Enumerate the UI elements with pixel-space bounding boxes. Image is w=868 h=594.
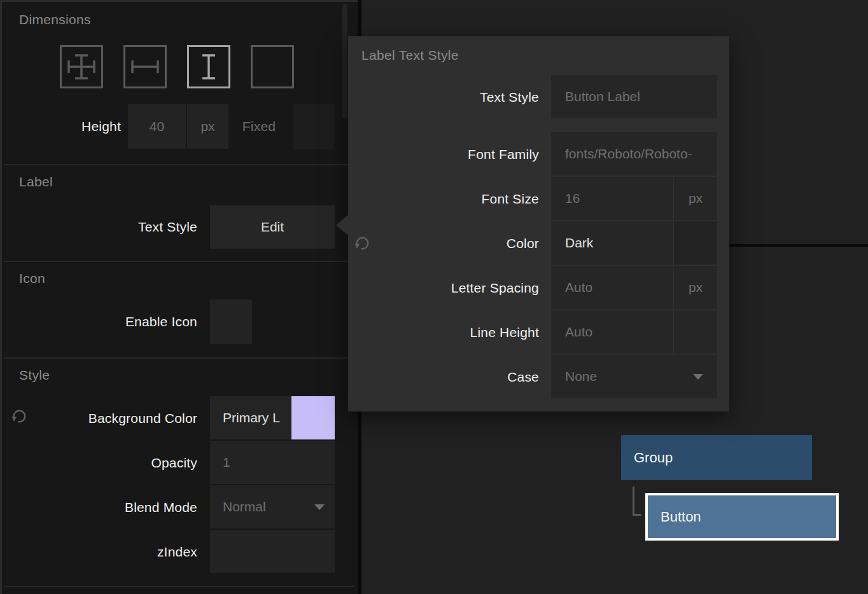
pop-color-label: Color (374, 235, 539, 252)
enable-icon-label: Enable Icon (25, 313, 197, 331)
background-color-value[interactable]: Primary L (210, 396, 291, 439)
height-value: 40 (150, 119, 164, 134)
inspector-panel: Dimensions Height 40 px Fixed Label (0, 0, 358, 594)
opacity-label: Opacity (25, 454, 197, 472)
text-style-edit-button[interactable]: Edit (210, 205, 335, 249)
height-unit: px (200, 119, 214, 134)
blend-mode-value: Normal (223, 499, 266, 515)
fixed-checkbox[interactable] (293, 104, 334, 149)
pop-text-style-label: Text Style (374, 88, 539, 106)
canvas-button-node-selected[interactable]: Button (645, 493, 839, 541)
app-screen: Dimensions Height 40 px Fixed Label (0, 0, 868, 594)
height-input[interactable]: 40 (128, 104, 186, 149)
section-title-style: Style (19, 368, 50, 383)
chevron-down-icon (314, 504, 325, 510)
layer-connector-line (633, 487, 634, 516)
empty-square-icon (253, 47, 292, 86)
pop-color-input[interactable]: Dark (551, 221, 673, 265)
height-label: Height (13, 118, 121, 135)
background-color-label: Background Color (25, 410, 197, 427)
size-mode-none-button[interactable] (251, 45, 294, 88)
section-divider (4, 164, 354, 165)
width-height-ibeam-icon (62, 47, 101, 86)
zindex-label: zIndex (25, 543, 197, 561)
pop-font-family-input[interactable]: fonts/Roboto/Roboto- (551, 132, 717, 176)
label-text-style-popover: Label Text Style Text Style Button Label… (348, 36, 729, 411)
chevron-down-icon (693, 374, 703, 380)
pop-font-size-label: Font Size (374, 190, 539, 208)
pop-text-style-value: Button Label (565, 89, 640, 104)
pop-font-family-label: Font Family (374, 146, 539, 163)
pop-letter-spacing-unit-select[interactable]: px (674, 266, 717, 309)
pop-case-label: Case (374, 368, 539, 386)
pop-font-size-input[interactable]: 16 (551, 177, 673, 220)
reset-text-style-icon[interactable] (354, 235, 371, 252)
group-node-label: Group (634, 450, 673, 466)
pop-letter-spacing-input[interactable]: Auto (551, 266, 673, 309)
popover-arrow (336, 215, 348, 235)
pop-letter-spacing-unit: px (689, 280, 703, 295)
opacity-value: 1 (223, 455, 230, 470)
text-style-label: Text Style (38, 218, 197, 236)
section-divider (4, 586, 354, 587)
blend-mode-label: Blend Mode (25, 499, 197, 516)
blend-mode-select[interactable]: Normal (210, 485, 335, 528)
pop-font-size-unit: px (689, 191, 703, 206)
pop-font-size-value: 16 (565, 191, 580, 206)
panel-scrollbar-thumb[interactable] (342, 4, 347, 118)
size-mode-height-button[interactable] (187, 45, 230, 88)
background-color-swatch[interactable] (291, 396, 335, 439)
enable-icon-checkbox[interactable] (210, 300, 252, 344)
section-title-dimensions: Dimensions (19, 12, 91, 27)
section-title-label: Label (19, 174, 53, 190)
layer-connector-line (633, 514, 641, 516)
canvas-group-node[interactable]: Group (621, 435, 812, 480)
size-mode-width-height-button[interactable] (60, 45, 103, 88)
zindex-input[interactable] (210, 530, 335, 573)
height-unit-select[interactable]: px (187, 104, 228, 149)
pop-line-height-label: Line Height (374, 324, 539, 342)
section-divider (4, 261, 354, 262)
height-ibeam-icon (189, 47, 228, 86)
pop-letter-spacing-value: Auto (565, 280, 592, 295)
fixed-label: Fixed (230, 118, 288, 135)
pop-line-height-unit-select[interactable] (674, 310, 717, 354)
section-divider (4, 357, 354, 359)
pop-font-size-unit-select[interactable]: px (674, 177, 717, 220)
pop-color-value: Dark (565, 235, 593, 251)
pop-case-value: None (565, 369, 597, 384)
panel-top-edge (0, 0, 358, 2)
pop-color-swatch[interactable] (674, 221, 717, 265)
popover-title: Label Text Style (361, 48, 459, 63)
panel-left-edge (0, 0, 2, 594)
button-node-label: Button (661, 509, 701, 525)
pop-text-style-input[interactable]: Button Label (551, 75, 717, 118)
pop-letter-spacing-label: Letter Spacing (374, 279, 539, 297)
size-mode-width-button[interactable] (123, 45, 167, 88)
pop-font-family-value: fonts/Roboto/Roboto- (565, 146, 692, 162)
pop-case-select[interactable]: None (551, 355, 717, 398)
width-ibeam-icon (125, 47, 165, 86)
pop-line-height-input[interactable]: Auto (551, 310, 673, 354)
pop-line-height-value: Auto (565, 324, 592, 340)
opacity-input[interactable]: 1 (210, 441, 335, 484)
section-title-icon: Icon (19, 271, 45, 286)
